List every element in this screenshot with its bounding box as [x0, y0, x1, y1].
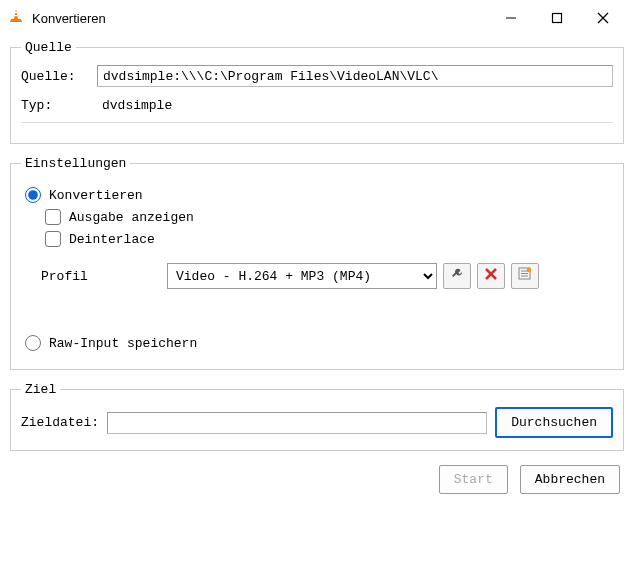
destination-legend: Ziel: [21, 382, 60, 397]
destination-label: Zieldatei:: [21, 415, 99, 430]
deinterlace-label: Deinterlace: [69, 232, 155, 247]
minimize-button[interactable]: [488, 3, 534, 33]
x-icon: [485, 268, 497, 284]
source-label: Quelle:: [21, 69, 89, 84]
destination-group: Ziel Zieldatei: Durchsuchen: [10, 382, 624, 451]
type-label: Typ:: [21, 98, 89, 113]
raw-input-radio[interactable]: [25, 335, 41, 351]
deinterlace-checkbox[interactable]: [45, 231, 61, 247]
convert-radio[interactable]: [25, 187, 41, 203]
start-button[interactable]: Start: [439, 465, 508, 494]
profile-label: Profil: [41, 269, 161, 284]
source-legend: Quelle: [21, 40, 76, 55]
vlc-cone-icon: [8, 8, 24, 28]
window-controls: [488, 3, 626, 33]
browse-button[interactable]: Durchsuchen: [495, 407, 613, 438]
svg-rect-0: [15, 12, 18, 13]
new-profile-button[interactable]: [511, 263, 539, 289]
settings-legend: Einstellungen: [21, 156, 130, 171]
window-title: Konvertieren: [32, 11, 488, 26]
profile-select[interactable]: Video - H.264 + MP3 (MP4): [167, 263, 437, 289]
new-list-icon: [518, 267, 532, 285]
svg-point-12: [527, 268, 532, 273]
wrench-icon: [450, 267, 464, 285]
destination-input[interactable]: [107, 412, 487, 434]
delete-profile-button[interactable]: [477, 263, 505, 289]
maximize-button[interactable]: [534, 3, 580, 33]
show-output-checkbox[interactable]: [45, 209, 61, 225]
raw-input-label: Raw-Input speichern: [49, 336, 197, 351]
settings-group: Einstellungen Konvertieren Ausgabe anzei…: [10, 156, 624, 370]
type-value: dvdsimple: [97, 95, 177, 116]
show-output-label: Ausgabe anzeigen: [69, 210, 194, 225]
convert-label: Konvertieren: [49, 188, 143, 203]
svg-rect-3: [553, 14, 562, 23]
close-button[interactable]: [580, 3, 626, 33]
source-input[interactable]: [97, 65, 613, 87]
source-group: Quelle Quelle: Typ: dvdsimple: [10, 40, 624, 144]
svg-rect-1: [14, 15, 18, 16]
edit-profile-button[interactable]: [443, 263, 471, 289]
cancel-button[interactable]: Abbrechen: [520, 465, 620, 494]
titlebar: Konvertieren: [0, 0, 634, 36]
